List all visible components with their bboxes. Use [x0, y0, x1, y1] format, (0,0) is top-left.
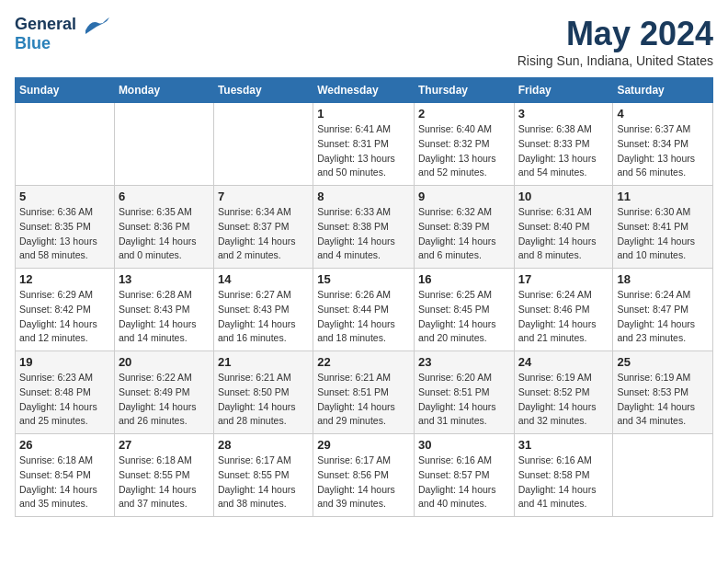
day-info: Sunrise: 6:16 AMSunset: 8:57 PMDaylight:… [418, 454, 510, 511]
day-number: 1 [317, 107, 410, 121]
calendar-cell [213, 103, 313, 186]
day-info: Sunrise: 6:31 AMSunset: 8:40 PMDaylight:… [518, 205, 609, 263]
calendar-cell: 4Sunrise: 6:37 AMSunset: 8:34 PMDaylight… [613, 103, 713, 186]
weekday-header: Monday [114, 78, 213, 103]
calendar-cell: 28Sunrise: 6:17 AMSunset: 8:55 PMDayligh… [213, 434, 313, 517]
calendar-cell: 19Sunrise: 6:23 AMSunset: 8:48 PMDayligh… [16, 351, 115, 434]
day-info: Sunrise: 6:17 AMSunset: 8:56 PMDaylight:… [317, 454, 410, 511]
calendar-cell: 26Sunrise: 6:18 AMSunset: 8:54 PMDayligh… [16, 434, 115, 517]
calendar-cell: 30Sunrise: 6:16 AMSunset: 8:57 PMDayligh… [414, 434, 514, 517]
day-info: Sunrise: 6:38 AMSunset: 8:33 PMDaylight:… [518, 122, 609, 180]
day-number: 25 [617, 355, 709, 369]
day-info: Sunrise: 6:22 AMSunset: 8:49 PMDaylight:… [119, 371, 210, 429]
calendar-cell: 6Sunrise: 6:35 AMSunset: 8:36 PMDaylight… [114, 186, 213, 269]
calendar-week-row: 1Sunrise: 6:41 AMSunset: 8:31 PMDaylight… [16, 103, 713, 186]
day-number: 29 [317, 438, 410, 452]
calendar-cell: 14Sunrise: 6:27 AMSunset: 8:43 PMDayligh… [213, 269, 313, 351]
day-info: Sunrise: 6:27 AMSunset: 8:43 PMDaylight:… [218, 288, 309, 346]
page-header: General Blue May 2024 Rising Sun, Indian… [15, 15, 713, 68]
calendar-cell: 10Sunrise: 6:31 AMSunset: 8:40 PMDayligh… [514, 186, 613, 269]
day-number: 14 [218, 272, 309, 286]
day-number: 23 [418, 355, 510, 369]
weekday-header: Wednesday [313, 78, 415, 103]
logo-blue: Blue [15, 34, 51, 52]
day-info: Sunrise: 6:21 AMSunset: 8:51 PMDaylight:… [317, 371, 410, 429]
logo-general: General [15, 15, 76, 33]
day-number: 5 [19, 190, 110, 203]
day-info: Sunrise: 6:36 AMSunset: 8:35 PMDaylight:… [19, 205, 110, 263]
day-number: 8 [317, 190, 410, 203]
day-info: Sunrise: 6:30 AMSunset: 8:41 PMDaylight:… [617, 205, 709, 263]
day-number: 17 [518, 272, 609, 286]
day-info: Sunrise: 6:18 AMSunset: 8:54 PMDaylight:… [19, 454, 110, 511]
month-title: May 2024 [518, 15, 713, 53]
day-info: Sunrise: 6:24 AMSunset: 8:46 PMDaylight:… [518, 288, 609, 346]
calendar-cell: 21Sunrise: 6:21 AMSunset: 8:50 PMDayligh… [213, 351, 313, 434]
day-info: Sunrise: 6:24 AMSunset: 8:47 PMDaylight:… [617, 288, 709, 346]
calendar-cell: 20Sunrise: 6:22 AMSunset: 8:49 PMDayligh… [114, 351, 213, 434]
day-number: 7 [218, 190, 309, 203]
calendar-cell [114, 103, 213, 186]
day-number: 27 [119, 438, 210, 452]
calendar-cell: 2Sunrise: 6:40 AMSunset: 8:32 PMDaylight… [414, 103, 514, 186]
calendar-cell: 11Sunrise: 6:30 AMSunset: 8:41 PMDayligh… [613, 186, 713, 269]
day-info: Sunrise: 6:23 AMSunset: 8:48 PMDaylight:… [19, 371, 110, 429]
day-info: Sunrise: 6:17 AMSunset: 8:55 PMDaylight:… [218, 454, 309, 511]
day-number: 31 [518, 438, 609, 452]
calendar-cell [16, 103, 115, 186]
logo-text: General [15, 15, 109, 34]
calendar-cell: 17Sunrise: 6:24 AMSunset: 8:46 PMDayligh… [514, 269, 613, 351]
calendar-week-row: 5Sunrise: 6:36 AMSunset: 8:35 PMDaylight… [16, 186, 713, 269]
calendar-cell [613, 434, 713, 517]
day-number: 22 [317, 355, 410, 369]
day-number: 20 [119, 355, 210, 369]
calendar-cell: 24Sunrise: 6:19 AMSunset: 8:52 PMDayligh… [514, 351, 613, 434]
calendar-cell: 22Sunrise: 6:21 AMSunset: 8:51 PMDayligh… [313, 351, 415, 434]
day-number: 15 [317, 272, 410, 286]
day-info: Sunrise: 6:29 AMSunset: 8:42 PMDaylight:… [19, 288, 110, 346]
day-number: 16 [418, 272, 510, 286]
calendar-week-row: 12Sunrise: 6:29 AMSunset: 8:42 PMDayligh… [16, 269, 713, 351]
calendar-cell: 23Sunrise: 6:20 AMSunset: 8:51 PMDayligh… [414, 351, 514, 434]
calendar-table: SundayMondayTuesdayWednesdayThursdayFrid… [15, 77, 713, 517]
day-number: 24 [518, 355, 609, 369]
day-info: Sunrise: 6:26 AMSunset: 8:44 PMDaylight:… [317, 288, 410, 346]
day-number: 30 [418, 438, 510, 452]
day-number: 21 [218, 355, 309, 369]
calendar-cell: 8Sunrise: 6:33 AMSunset: 8:38 PMDaylight… [313, 186, 415, 269]
calendar-cell: 31Sunrise: 6:16 AMSunset: 8:58 PMDayligh… [514, 434, 613, 517]
day-info: Sunrise: 6:34 AMSunset: 8:37 PMDaylight:… [218, 205, 309, 263]
calendar-cell: 3Sunrise: 6:38 AMSunset: 8:33 PMDaylight… [514, 103, 613, 186]
day-number: 10 [518, 190, 609, 203]
day-info: Sunrise: 6:32 AMSunset: 8:39 PMDaylight:… [418, 205, 510, 263]
weekday-header: Tuesday [213, 78, 313, 103]
day-info: Sunrise: 6:28 AMSunset: 8:43 PMDaylight:… [119, 288, 210, 346]
day-info: Sunrise: 6:35 AMSunset: 8:36 PMDaylight:… [119, 205, 210, 263]
day-number: 18 [617, 272, 709, 286]
day-number: 11 [617, 190, 709, 203]
day-number: 4 [617, 107, 709, 121]
day-number: 3 [518, 107, 609, 121]
day-number: 2 [418, 107, 510, 121]
day-info: Sunrise: 6:21 AMSunset: 8:50 PMDaylight:… [218, 371, 309, 429]
calendar-week-row: 19Sunrise: 6:23 AMSunset: 8:48 PMDayligh… [16, 351, 713, 434]
calendar-cell: 9Sunrise: 6:32 AMSunset: 8:39 PMDaylight… [414, 186, 514, 269]
day-number: 6 [119, 190, 210, 203]
calendar-cell: 16Sunrise: 6:25 AMSunset: 8:45 PMDayligh… [414, 269, 514, 351]
calendar-cell: 29Sunrise: 6:17 AMSunset: 8:56 PMDayligh… [313, 434, 415, 517]
day-info: Sunrise: 6:40 AMSunset: 8:32 PMDaylight:… [418, 122, 510, 180]
calendar-cell: 13Sunrise: 6:28 AMSunset: 8:43 PMDayligh… [114, 269, 213, 351]
day-number: 9 [418, 190, 510, 203]
calendar-cell: 27Sunrise: 6:18 AMSunset: 8:55 PMDayligh… [114, 434, 213, 517]
calendar-cell: 1Sunrise: 6:41 AMSunset: 8:31 PMDaylight… [313, 103, 415, 186]
day-info: Sunrise: 6:20 AMSunset: 8:51 PMDaylight:… [418, 371, 510, 429]
weekday-header: Thursday [414, 78, 514, 103]
day-number: 28 [218, 438, 309, 452]
logo: General Blue [15, 15, 109, 53]
calendar-header-row: SundayMondayTuesdayWednesdayThursdayFrid… [16, 78, 713, 103]
location: Rising Sun, Indiana, United States [518, 53, 713, 68]
day-number: 13 [119, 272, 210, 286]
day-number: 19 [19, 355, 110, 369]
calendar-cell: 25Sunrise: 6:19 AMSunset: 8:53 PMDayligh… [613, 351, 713, 434]
calendar-cell: 15Sunrise: 6:26 AMSunset: 8:44 PMDayligh… [313, 269, 415, 351]
